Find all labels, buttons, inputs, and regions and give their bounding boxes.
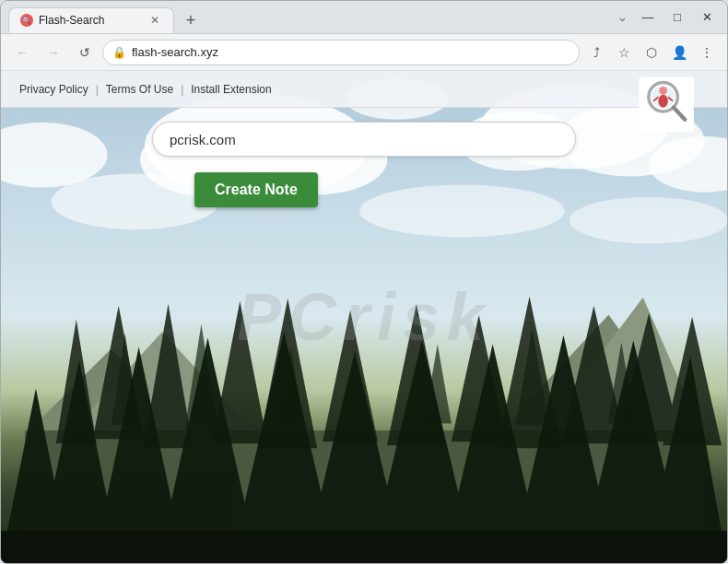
new-tab-button[interactable]: + xyxy=(178,7,204,33)
site-nav: Privacy Policy | Terms Of Use | Install … xyxy=(1,71,727,108)
svg-point-52 xyxy=(658,95,668,108)
reload-button[interactable]: ↺ xyxy=(71,39,99,66)
bookmark-icon[interactable]: ☆ xyxy=(611,40,637,65)
tab-title: Flash-Search xyxy=(39,14,104,27)
address-bar[interactable]: 🔒 flash-search.xyz xyxy=(102,40,580,65)
terms-of-use-link[interactable]: Terms Of Use xyxy=(99,83,181,96)
install-extension-link[interactable]: Install Extension xyxy=(183,83,278,96)
browser-window: 🔍 Flash-Search ✕ + ⌄ — □ ✕ ← → ↺ 🔒 flash… xyxy=(0,0,728,564)
content-area: PCrisk Privacy Policy | Terms Of Use | I… xyxy=(1,71,727,563)
url-text: flash-search.xyz xyxy=(132,45,569,59)
maximize-button[interactable]: □ xyxy=(664,5,690,30)
tab-area: 🔍 Flash-Search ✕ + xyxy=(8,1,617,33)
minimize-button[interactable]: — xyxy=(635,5,661,30)
menu-icon[interactable]: ⋮ xyxy=(694,40,720,65)
lock-icon: 🔒 xyxy=(112,46,126,59)
svg-rect-46 xyxy=(1,531,727,563)
nav-bar: ← → ↺ 🔒 flash-search.xyz ⤴ ☆ ⬡ 👤 ⋮ xyxy=(1,34,727,71)
svg-point-51 xyxy=(659,87,667,95)
privacy-policy-link[interactable]: Privacy Policy xyxy=(12,83,96,96)
close-button[interactable]: ✕ xyxy=(694,5,720,30)
create-note-button[interactable]: Create Note xyxy=(194,172,318,207)
back-button[interactable]: ← xyxy=(8,39,36,66)
tab-close-button[interactable]: ✕ xyxy=(147,13,162,28)
forward-button[interactable]: → xyxy=(40,39,67,66)
extensions-icon[interactable]: ⬡ xyxy=(639,40,664,65)
window-controls: ⌄ — □ ✕ xyxy=(617,5,720,30)
window-chevron-icon: ⌄ xyxy=(617,10,628,24)
active-tab[interactable]: 🔍 Flash-Search ✕ xyxy=(8,7,174,33)
search-box-container xyxy=(152,122,576,157)
share-icon[interactable]: ⤴ xyxy=(583,40,609,65)
profile-icon[interactable]: 👤 xyxy=(666,40,692,65)
nav-right-icons: ⤴ ☆ ⬡ 👤 ⋮ xyxy=(583,40,720,65)
search-input[interactable] xyxy=(152,122,576,157)
site-logo xyxy=(635,73,709,147)
tab-favicon: 🔍 xyxy=(20,14,33,27)
title-bar: 🔍 Flash-Search ✕ + ⌄ — □ ✕ xyxy=(1,1,727,34)
